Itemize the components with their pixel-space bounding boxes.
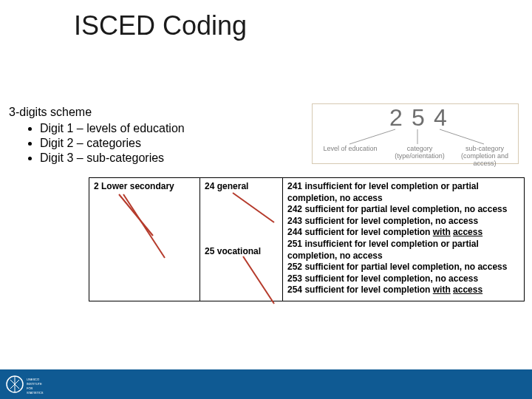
svg-line-0 [349, 129, 395, 144]
table-col-category: 24 general 25 vocational [200, 178, 283, 301]
col2-arrows [200, 178, 283, 341]
svg-line-3 [119, 194, 153, 236]
scheme-item-3: Digit 3 – sub-categories [40, 151, 185, 166]
diagram-label-level: Level of education [317, 146, 383, 153]
scheme-block: 3-digits scheme Digit 1 – levels of educ… [9, 105, 185, 166]
sub-253: 253 sufficient for level completion, no … [287, 273, 519, 285]
svg-text:UNESCO: UNESCO [27, 378, 39, 381]
category-vocational: 25 vocational [205, 246, 278, 258]
slide: ISCED Coding 3-digits scheme Digit 1 – l… [0, 0, 532, 399]
digits-diagram: 2 5 4 Level of education category (type/… [312, 103, 519, 164]
scheme-item-1: Digit 1 – levels of education [40, 121, 185, 136]
scheme-list: Digit 1 – levels of education Digit 2 – … [9, 121, 185, 166]
sub-254: 254 sufficient for level completion with… [287, 284, 519, 296]
sub-244: 244 sufficient for level completion with… [287, 227, 519, 239]
scheme-item-2: Digit 2 – categories [40, 136, 185, 151]
sub-251: 251 insufficient for level completion or… [287, 239, 519, 262]
svg-text:FOR: FOR [27, 386, 33, 390]
sub-243: 243 sufficient for level completion, no … [287, 216, 519, 228]
level-label: Lower secondary [101, 181, 174, 191]
svg-text:STATISTICS: STATISTICS [27, 391, 44, 395]
unesco-uis-logo: UNESCO INSTITUTE FOR STATISTICS [4, 372, 49, 396]
sub-242: 242 sufficient for partial level complet… [287, 204, 519, 216]
sub-252: 252 sufficient for partial level complet… [287, 262, 519, 273]
category-general: 24 general [205, 181, 278, 193]
footer-bar: UNESCO INSTITUTE FOR STATISTICS [0, 369, 532, 399]
diagram-label-category: category (type/orientation) [394, 146, 446, 160]
table-col-level: 2 Lower secondary [89, 178, 200, 301]
svg-text:INSTITUTE: INSTITUTE [27, 382, 42, 386]
page-title: ISCED Coding [74, 10, 247, 41]
svg-line-2 [440, 129, 484, 144]
svg-line-4 [123, 194, 165, 258]
scheme-heading: 3-digits scheme [9, 105, 185, 120]
diagram-label-subcategory: sub-category (completion and access) [453, 146, 516, 168]
col1-arrows [89, 178, 200, 341]
coding-table: 2 Lower secondary 24 general 25 vocation… [89, 177, 525, 301]
sub-241: 241 insufficient for level completion or… [287, 181, 519, 204]
level-code: 2 [94, 181, 99, 191]
svg-line-5 [233, 193, 274, 222]
table-col-subcategory: 241 insufficient for level completion or… [283, 178, 524, 301]
svg-line-6 [243, 256, 274, 304]
